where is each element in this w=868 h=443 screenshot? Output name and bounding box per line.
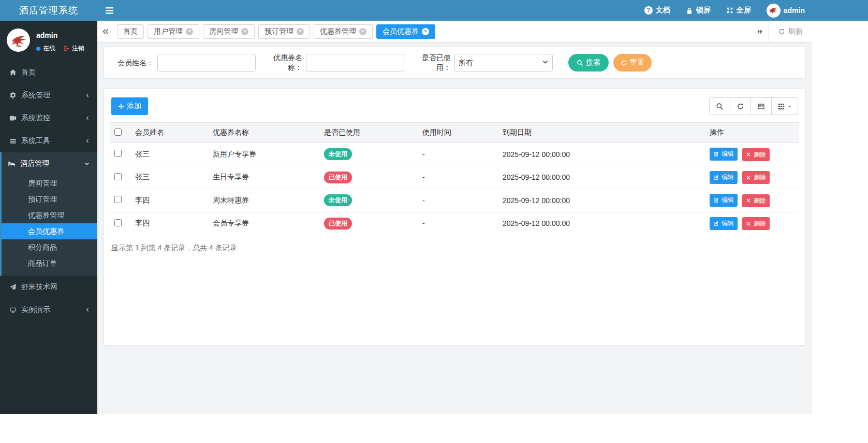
add-button[interactable]: 添加	[111, 97, 148, 115]
table-row: 张三 新用户专享券 未使用 - 2025-09-12 00:00:00 编辑 删…	[110, 143, 799, 166]
tab-close-icon[interactable]: ✕	[241, 28, 248, 35]
edit-icon	[713, 175, 719, 180]
delete-button[interactable]: 删除	[742, 148, 770, 161]
grid-icon	[777, 103, 785, 110]
tab-close-icon[interactable]: ✕	[297, 28, 304, 35]
table-row: 李四 周末特惠券 未使用 - 2025-09-12 00:00:00 编辑 删除	[110, 189, 799, 212]
edit-button[interactable]: 编辑	[710, 148, 738, 161]
edit-button[interactable]: 编辑	[710, 217, 738, 230]
tab-close-icon[interactable]: ✕	[186, 28, 193, 35]
cell-use-time: -	[418, 189, 498, 212]
sidebar-toggle-button[interactable]	[97, 0, 121, 21]
sidebar-item-demo[interactable]: 实例演示	[0, 298, 97, 321]
table-refresh-button[interactable]	[730, 97, 751, 115]
edit-button[interactable]: 编辑	[710, 194, 738, 207]
toggle-view-button[interactable]	[751, 97, 772, 115]
sidebar-item-label: 酒店管理	[20, 159, 49, 168]
docs-link[interactable]: ? 文档	[644, 6, 670, 15]
table-toolbar: 添加	[111, 97, 798, 115]
tab-room-mgmt[interactable]: 房间管理 ✕	[203, 24, 255, 39]
cell-member: 张三	[131, 143, 209, 166]
sidebar-item-label: 实例演示	[21, 305, 50, 315]
tabbar-right-controls: 刷新	[752, 21, 812, 42]
right-empty-area	[812, 21, 868, 414]
select-all-checkbox[interactable]	[114, 128, 122, 136]
columns-button[interactable]	[771, 97, 798, 115]
user-menu[interactable]: admin	[767, 4, 805, 18]
topbar: 酒店管理系统 ? 文档 锁屏 全屏	[0, 0, 868, 21]
logout-link[interactable]: 注销	[63, 44, 84, 53]
tab-home[interactable]: 首页	[117, 24, 144, 39]
row-checkbox[interactable]	[114, 219, 122, 226]
reset-button[interactable]: 重置	[613, 54, 652, 72]
fullscreen-icon	[726, 7, 733, 14]
sidebar-item-coupon-mgmt[interactable]: 优惠券管理	[2, 207, 97, 223]
reset-button-label: 重置	[630, 58, 644, 67]
search-button[interactable]: 搜索	[568, 54, 609, 72]
refresh-icon	[621, 60, 627, 66]
lock-icon	[686, 7, 693, 15]
coupon-name-label: 优惠券名称：	[271, 53, 302, 73]
submenu-label: 优惠券管理	[28, 211, 64, 220]
sidebar-item-room-mgmt[interactable]: 房间管理	[2, 175, 97, 191]
tabs-scroll-right-button[interactable]	[752, 21, 768, 42]
lock-screen-button[interactable]: 锁屏	[686, 6, 711, 15]
lock-label: 锁屏	[696, 6, 711, 15]
sidebar-item-label: 系统监控	[21, 113, 50, 123]
row-checkbox[interactable]	[114, 196, 122, 203]
tab-user-mgmt[interactable]: 用户管理 ✕	[148, 24, 199, 39]
sidebar-item-booking-mgmt[interactable]: 预订管理	[2, 191, 97, 207]
bed-icon	[8, 160, 16, 167]
cell-use-time: -	[418, 212, 498, 235]
search-button-label: 搜索	[586, 58, 600, 67]
used-filter-select[interactable]: 所有	[454, 54, 553, 72]
sidebar-item-home[interactable]: 首页	[0, 61, 97, 84]
sidebar-item-xiami-tech[interactable]: 虾米技术网	[0, 276, 97, 298]
sidebar-item-goods-order[interactable]: 商品订单	[2, 255, 97, 271]
sidebar-item-system-mgmt[interactable]: 系统管理	[0, 84, 97, 107]
sidebar-item-member-coupon[interactable]: 会员优惠券	[2, 223, 97, 239]
tab-coupon-mgmt[interactable]: 优惠券管理 ✕	[314, 24, 373, 39]
row-checkbox[interactable]	[114, 173, 122, 180]
sidebar-item-hotel-mgmt[interactable]: 酒店管理	[2, 152, 97, 175]
member-name-input[interactable]	[157, 54, 256, 72]
edit-button[interactable]: 编辑	[710, 171, 738, 184]
delete-button[interactable]: 删除	[742, 217, 770, 230]
fullscreen-button[interactable]: 全屏	[726, 6, 751, 15]
cell-coupon: 会员专享券	[209, 212, 320, 235]
sidebar-item-system-tools[interactable]: 系统工具	[0, 130, 97, 152]
delete-button[interactable]: 删除	[742, 194, 770, 207]
sidebar-item-system-monitor[interactable]: 系统监控	[0, 107, 97, 130]
sign-out-icon	[63, 45, 70, 52]
tab-booking-mgmt[interactable]: 预订管理 ✕	[258, 24, 310, 39]
coupon-name-input[interactable]	[306, 54, 404, 72]
cell-expire: 2025-09-12 00:00:00	[498, 166, 705, 189]
cell-use-time: -	[418, 166, 498, 189]
online-status-dot	[36, 47, 40, 51]
row-checkbox[interactable]	[114, 150, 122, 157]
used-filter-field: 是否已使用： 所有	[420, 53, 553, 73]
question-circle-icon: ?	[644, 6, 653, 15]
cell-expire: 2025-09-12 00:00:00	[498, 143, 705, 166]
logout-label: 注销	[72, 44, 84, 53]
delete-button[interactable]: 删除	[742, 171, 770, 184]
sidebar-item-points-goods[interactable]: 积分商品	[2, 239, 97, 255]
table-row: 张三 生日专享券 已使用 - 2025-09-12 00:00:00 编辑 删除	[110, 166, 799, 189]
table-view-controls	[709, 97, 798, 115]
tab-close-icon[interactable]: ✕	[422, 28, 429, 35]
chevron-left-icon	[85, 92, 90, 98]
cell-coupon: 周末特惠券	[209, 189, 320, 212]
delete-label: 删除	[754, 219, 766, 228]
open-tabs: 首页 用户管理 ✕ 房间管理 ✕ 预订管理 ✕ 优惠券管	[117, 24, 435, 39]
cell-member: 李四	[131, 212, 209, 235]
submenu-label: 房间管理	[28, 179, 57, 188]
app-logo[interactable]: 酒店管理系统	[0, 0, 97, 21]
col-expire-date: 到期日期	[498, 123, 705, 143]
tab-close-icon[interactable]: ✕	[359, 28, 366, 35]
topbar-actions: ? 文档 锁屏 全屏 admin	[644, 0, 868, 21]
table-search-button[interactable]	[709, 97, 730, 115]
main-area: 首页 用户管理 ✕ 房间管理 ✕ 预订管理 ✕ 优惠券管	[97, 21, 812, 414]
tab-refresh-button[interactable]: 刷新	[768, 21, 812, 42]
tab-member-coupon[interactable]: 会员优惠券 ✕	[376, 24, 435, 39]
tabs-scroll-left-button[interactable]	[97, 21, 114, 42]
